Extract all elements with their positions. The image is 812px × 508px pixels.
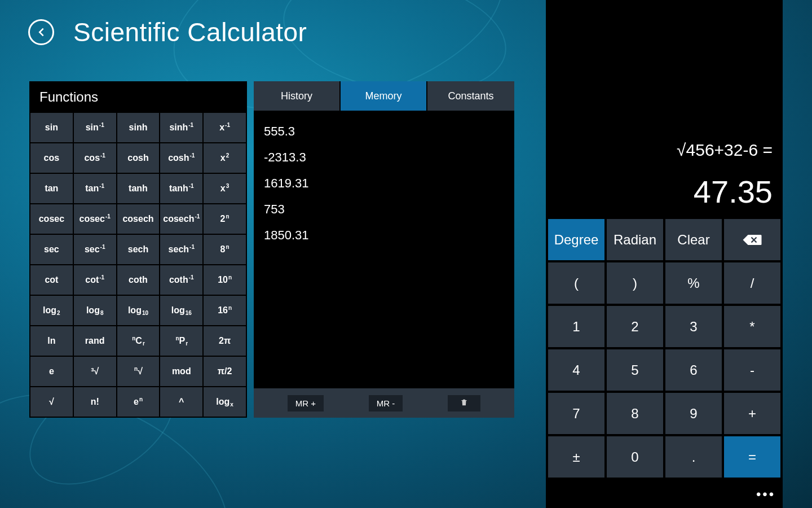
function-sin-1[interactable]: sin-1 (74, 113, 116, 142)
trash-icon (460, 398, 468, 406)
function-cosh[interactable]: cosh (117, 143, 160, 173)
tab-constants[interactable]: Constants (427, 81, 514, 111)
key-([interactable]: ( (548, 262, 604, 304)
functions-panel: Functions sinsin-1sinhsinh-1x-1coscos-1c… (29, 81, 247, 418)
function-rand[interactable]: rand (74, 326, 116, 356)
key--[interactable]: - (724, 349, 780, 391)
back-button[interactable] (28, 19, 54, 45)
mr-minus-button[interactable]: MR - (369, 395, 403, 411)
function-2n[interactable]: 2n (204, 204, 246, 234)
function-x-1[interactable]: x-1 (204, 113, 246, 142)
function-tan-1[interactable]: tan-1 (74, 174, 116, 203)
function-logx[interactable]: logx (204, 387, 246, 417)
function-nCr[interactable]: nCr (117, 326, 160, 356)
function-2π[interactable]: 2π (204, 326, 246, 356)
function-cot-1[interactable]: cot-1 (74, 265, 116, 295)
key-3[interactable]: 3 (665, 306, 722, 347)
function-cosec[interactable]: cosec (30, 204, 73, 234)
function-en[interactable]: en (117, 387, 160, 417)
function-cot[interactable]: cot (30, 265, 73, 295)
memory-delete-button[interactable] (448, 395, 480, 411)
memory-actions: MR + MR - (254, 388, 514, 418)
header: Scientific Calculator (0, 0, 546, 47)
function-sec-1[interactable]: sec-1 (74, 235, 116, 264)
key-.[interactable]: . (665, 436, 722, 478)
function-coth[interactable]: coth (117, 265, 160, 295)
function-sin[interactable]: sin (30, 113, 73, 142)
function-sinh[interactable]: sinh (117, 113, 160, 142)
function-sinh-1[interactable]: sinh-1 (160, 113, 202, 142)
function-sech[interactable]: sech (117, 235, 160, 264)
function-log8[interactable]: log8 (74, 296, 116, 325)
function-log16[interactable]: log16 (160, 296, 202, 325)
key-%[interactable]: % (665, 262, 722, 304)
function-n√[interactable]: n√ (117, 357, 160, 386)
function-log2[interactable]: log2 (30, 296, 73, 325)
function-cos[interactable]: cos (30, 143, 73, 173)
mr-plus-button[interactable]: MR + (288, 395, 324, 411)
key-8[interactable]: 8 (607, 393, 663, 434)
function-cos-1[interactable]: cos-1 (74, 143, 116, 173)
function-16n[interactable]: 16n (204, 296, 246, 325)
clear-button[interactable]: Clear (665, 219, 722, 260)
function-cosh-1[interactable]: cosh-1 (160, 143, 202, 173)
radian-mode[interactable]: Radian (607, 219, 663, 260)
key-9[interactable]: 9 (665, 393, 722, 434)
key-+[interactable]: + (724, 393, 780, 434)
expression-readout: √456+32-6 = (677, 141, 773, 160)
function-sec[interactable]: sec (30, 235, 73, 264)
memory-item[interactable]: 753 (264, 196, 504, 222)
memory-item[interactable]: -2313.3 (264, 144, 504, 170)
memory-item[interactable]: 1850.31 (264, 222, 504, 248)
keypad-region: √456+32-6 = 47.35 DegreeRadianClear()%/1… (546, 0, 783, 508)
key-=[interactable]: = (724, 436, 780, 478)
memory-item[interactable]: 1619.31 (264, 170, 504, 196)
key-7[interactable]: 7 (548, 393, 604, 434)
degree-mode[interactable]: Degree (548, 219, 604, 260)
left-region: Scientific Calculator Functions sinsin-1… (0, 0, 546, 508)
key-4[interactable]: 4 (548, 349, 604, 391)
function-n![interactable]: n! (74, 387, 116, 417)
function-³√[interactable]: ³√ (74, 357, 116, 386)
key-5[interactable]: 5 (607, 349, 663, 391)
function-e[interactable]: e (30, 357, 73, 386)
function-mod[interactable]: mod (160, 357, 202, 386)
function-√[interactable]: √ (30, 387, 73, 417)
key-)[interactable]: ) (607, 262, 663, 304)
function-π/2[interactable]: π/2 (204, 357, 246, 386)
function-8n[interactable]: 8n (204, 235, 246, 264)
function-cosech-1[interactable]: cosech-1 (160, 204, 202, 234)
function-nPr[interactable]: nPr (160, 326, 202, 356)
function-log10[interactable]: log10 (117, 296, 160, 325)
memory-panel: HistoryMemoryConstants 555.3-2313.31619.… (254, 81, 514, 418)
key-0[interactable]: 0 (607, 436, 663, 478)
function-cosech[interactable]: cosech (117, 204, 160, 234)
tab-history[interactable]: History (254, 81, 341, 111)
function-10n[interactable]: 10n (204, 265, 246, 295)
more-menu-button[interactable]: ••• (756, 487, 776, 502)
backspace-button[interactable] (724, 219, 780, 260)
function-coth-1[interactable]: coth-1 (160, 265, 202, 295)
key-/[interactable]: / (724, 262, 780, 304)
function-tanh-1[interactable]: tanh-1 (160, 174, 202, 203)
key-*[interactable]: * (724, 306, 780, 347)
function-tanh[interactable]: tanh (117, 174, 160, 203)
key-6[interactable]: 6 (665, 349, 722, 391)
key-1[interactable]: 1 (548, 306, 604, 347)
functions-title: Functions (29, 81, 247, 113)
function-x2[interactable]: x2 (204, 143, 246, 173)
arrow-left-icon (35, 26, 47, 38)
result-readout: 47.35 (694, 173, 773, 210)
key-±[interactable]: ± (548, 436, 604, 478)
function-tan[interactable]: tan (30, 174, 73, 203)
tab-memory[interactable]: Memory (341, 81, 427, 111)
function-sech-1[interactable]: sech-1 (160, 235, 202, 264)
memory-item[interactable]: 555.3 (264, 119, 504, 144)
backspace-icon (742, 234, 762, 246)
function-ln[interactable]: ln (30, 326, 73, 356)
function-cosec-1[interactable]: cosec-1 (74, 204, 116, 234)
app-title: Scientific Calculator (73, 17, 307, 47)
key-2[interactable]: 2 (607, 306, 663, 347)
function-^[interactable]: ^ (160, 387, 202, 417)
function-x3[interactable]: x3 (204, 174, 246, 203)
